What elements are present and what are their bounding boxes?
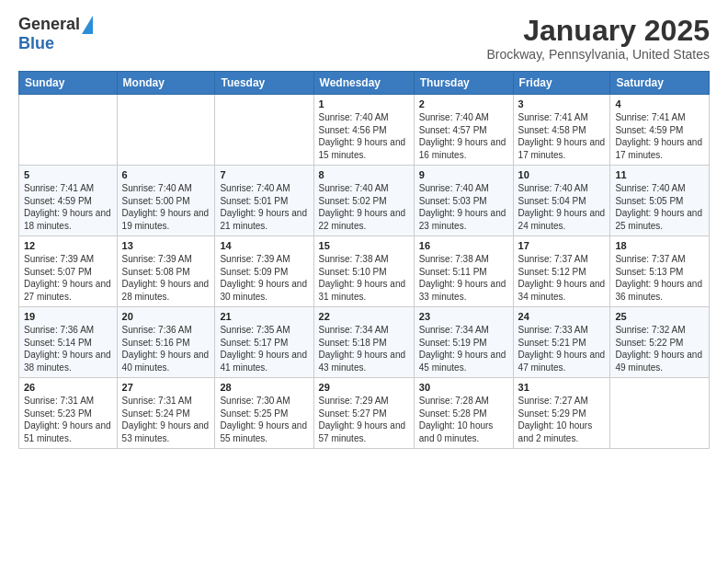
calendar-cell: 31Sunrise: 7:27 AM Sunset: 5:29 PM Dayli… [513,378,610,449]
day-info: Sunrise: 7:41 AM Sunset: 4:59 PM Dayligh… [24,182,112,232]
day-info: Sunrise: 7:38 AM Sunset: 5:11 PM Dayligh… [419,253,508,303]
day-number: 19 [24,311,112,322]
calendar-week-row: 1Sunrise: 7:40 AM Sunset: 4:56 PM Daylig… [19,95,710,166]
logo: General Blue [18,15,93,53]
calendar-cell: 5Sunrise: 7:41 AM Sunset: 4:59 PM Daylig… [19,166,118,236]
day-number: 14 [220,240,308,251]
day-number: 6 [122,169,210,180]
day-info: Sunrise: 7:34 AM Sunset: 5:19 PM Dayligh… [419,324,508,373]
calendar-cell: 19Sunrise: 7:36 AM Sunset: 5:14 PM Dayli… [19,307,118,378]
day-number: 4 [615,98,704,109]
day-number: 11 [615,169,704,180]
calendar-cell: 28Sunrise: 7:30 AM Sunset: 5:25 PM Dayli… [215,378,313,449]
day-number: 2 [419,98,508,109]
calendar-cell: 6Sunrise: 7:40 AM Sunset: 5:00 PM Daylig… [117,166,215,236]
day-info: Sunrise: 7:29 AM Sunset: 5:27 PM Dayligh… [319,395,409,444]
day-number: 16 [419,240,508,251]
day-number: 15 [319,240,409,251]
day-info: Sunrise: 7:40 AM Sunset: 5:02 PM Dayligh… [319,182,409,232]
calendar-cell: 27Sunrise: 7:31 AM Sunset: 5:24 PM Dayli… [117,378,215,449]
calendar-cell: 16Sunrise: 7:38 AM Sunset: 5:11 PM Dayli… [414,236,513,307]
calendar-cell: 8Sunrise: 7:40 AM Sunset: 5:02 PM Daylig… [313,166,414,236]
calendar-cell [215,95,313,166]
day-info: Sunrise: 7:40 AM Sunset: 5:05 PM Dayligh… [615,182,704,232]
calendar-cell: 26Sunrise: 7:31 AM Sunset: 5:23 PM Dayli… [19,378,118,449]
calendar-cell: 17Sunrise: 7:37 AM Sunset: 5:12 PM Dayli… [513,236,610,307]
day-info: Sunrise: 7:40 AM Sunset: 5:01 PM Dayligh… [220,182,308,232]
day-number: 26 [24,382,112,393]
day-number: 1 [319,98,409,109]
calendar-header-thursday: Thursday [414,72,513,95]
day-info: Sunrise: 7:41 AM Sunset: 4:58 PM Dayligh… [518,111,606,161]
calendar-cell: 30Sunrise: 7:28 AM Sunset: 5:28 PM Dayli… [414,378,513,449]
day-info: Sunrise: 7:40 AM Sunset: 5:00 PM Dayligh… [122,182,210,232]
day-number: 8 [319,169,409,180]
calendar-cell: 1Sunrise: 7:40 AM Sunset: 4:56 PM Daylig… [313,95,414,166]
day-number: 23 [419,311,508,322]
day-info: Sunrise: 7:32 AM Sunset: 5:22 PM Dayligh… [615,324,704,373]
day-number: 9 [419,169,508,180]
calendar-header-wednesday: Wednesday [313,72,414,95]
calendar-cell: 29Sunrise: 7:29 AM Sunset: 5:27 PM Dayli… [313,378,414,449]
calendar-cell: 4Sunrise: 7:41 AM Sunset: 4:59 PM Daylig… [610,95,710,166]
day-number: 20 [122,311,210,322]
day-number: 7 [220,169,308,180]
calendar-cell: 10Sunrise: 7:40 AM Sunset: 5:04 PM Dayli… [513,166,610,236]
day-number: 27 [122,382,210,393]
calendar-cell: 12Sunrise: 7:39 AM Sunset: 5:07 PM Dayli… [19,236,118,307]
calendar-header-friday: Friday [513,72,610,95]
calendar-cell: 13Sunrise: 7:39 AM Sunset: 5:08 PM Dayli… [117,236,215,307]
day-number: 21 [220,311,308,322]
calendar-cell: 25Sunrise: 7:32 AM Sunset: 5:22 PM Dayli… [610,307,710,378]
calendar-cell: 7Sunrise: 7:40 AM Sunset: 5:01 PM Daylig… [215,166,313,236]
location: Brockway, Pennsylvania, United States [486,47,710,62]
day-info: Sunrise: 7:38 AM Sunset: 5:10 PM Dayligh… [319,253,409,303]
day-info: Sunrise: 7:31 AM Sunset: 5:24 PM Dayligh… [122,395,210,444]
calendar-cell: 22Sunrise: 7:34 AM Sunset: 5:18 PM Dayli… [313,307,414,378]
day-info: Sunrise: 7:37 AM Sunset: 5:13 PM Dayligh… [615,253,704,303]
title-block: January 2025 Brockway, Pennsylvania, Uni… [486,15,710,62]
calendar-cell: 9Sunrise: 7:40 AM Sunset: 5:03 PM Daylig… [414,166,513,236]
calendar-week-row: 5Sunrise: 7:41 AM Sunset: 4:59 PM Daylig… [19,166,710,236]
day-info: Sunrise: 7:30 AM Sunset: 5:25 PM Dayligh… [220,395,308,444]
logo-general: General [18,15,80,34]
day-info: Sunrise: 7:41 AM Sunset: 4:59 PM Dayligh… [615,111,704,161]
day-info: Sunrise: 7:36 AM Sunset: 5:14 PM Dayligh… [24,324,112,373]
day-info: Sunrise: 7:40 AM Sunset: 4:57 PM Dayligh… [419,111,508,161]
calendar-cell: 21Sunrise: 7:35 AM Sunset: 5:17 PM Dayli… [215,307,313,378]
day-info: Sunrise: 7:35 AM Sunset: 5:17 PM Dayligh… [220,324,308,373]
day-info: Sunrise: 7:28 AM Sunset: 5:28 PM Dayligh… [419,395,508,444]
calendar-cell: 24Sunrise: 7:33 AM Sunset: 5:21 PM Dayli… [513,307,610,378]
day-info: Sunrise: 7:39 AM Sunset: 5:09 PM Dayligh… [220,253,308,303]
logo-text: General [18,15,93,34]
day-info: Sunrise: 7:34 AM Sunset: 5:18 PM Dayligh… [319,324,409,373]
day-number: 30 [419,382,508,393]
calendar-cell: 23Sunrise: 7:34 AM Sunset: 5:19 PM Dayli… [414,307,513,378]
calendar-week-row: 26Sunrise: 7:31 AM Sunset: 5:23 PM Dayli… [19,378,710,449]
calendar-cell [610,378,710,449]
day-info: Sunrise: 7:33 AM Sunset: 5:21 PM Dayligh… [518,324,606,373]
calendar-cell: 15Sunrise: 7:38 AM Sunset: 5:10 PM Dayli… [313,236,414,307]
day-info: Sunrise: 7:40 AM Sunset: 4:56 PM Dayligh… [319,111,409,161]
calendar-cell: 11Sunrise: 7:40 AM Sunset: 5:05 PM Dayli… [610,166,710,236]
day-info: Sunrise: 7:39 AM Sunset: 5:07 PM Dayligh… [24,253,112,303]
day-number: 17 [518,240,606,251]
calendar-cell: 2Sunrise: 7:40 AM Sunset: 4:57 PM Daylig… [414,95,513,166]
day-number: 18 [615,240,704,251]
day-info: Sunrise: 7:36 AM Sunset: 5:16 PM Dayligh… [122,324,210,373]
calendar-header-tuesday: Tuesday [215,72,313,95]
calendar-week-row: 19Sunrise: 7:36 AM Sunset: 5:14 PM Dayli… [19,307,710,378]
day-info: Sunrise: 7:40 AM Sunset: 5:03 PM Dayligh… [419,182,508,232]
calendar-cell [19,95,118,166]
page: General Blue January 2025 Brockway, Penn… [0,0,728,464]
calendar: SundayMondayTuesdayWednesdayThursdayFrid… [18,71,710,449]
day-number: 22 [319,311,409,322]
day-info: Sunrise: 7:27 AM Sunset: 5:29 PM Dayligh… [518,395,606,444]
calendar-header-row: SundayMondayTuesdayWednesdayThursdayFrid… [19,72,710,95]
day-number: 13 [122,240,210,251]
day-number: 10 [518,169,606,180]
calendar-week-row: 12Sunrise: 7:39 AM Sunset: 5:07 PM Dayli… [19,236,710,307]
calendar-header-saturday: Saturday [610,72,710,95]
day-number: 12 [24,240,112,251]
day-number: 25 [615,311,704,322]
